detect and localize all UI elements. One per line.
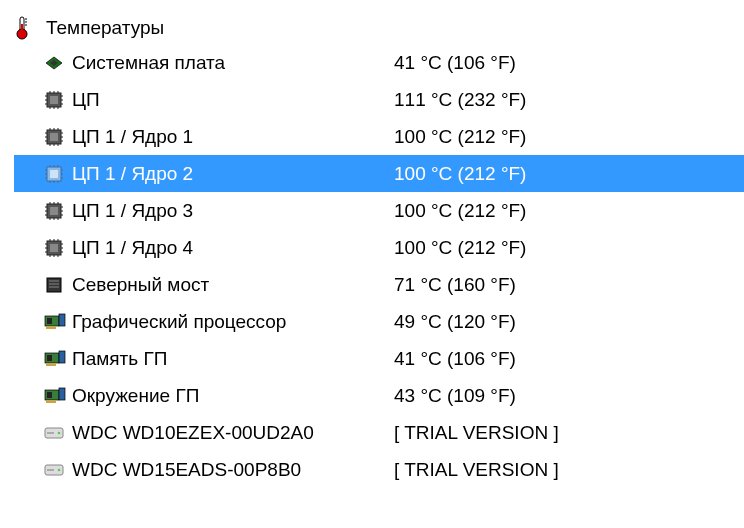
svg-rect-83 bbox=[47, 318, 52, 324]
svg-rect-65 bbox=[50, 244, 58, 252]
sensor-label: Память ГП bbox=[70, 348, 167, 370]
thermometer-icon bbox=[14, 16, 40, 40]
svg-rect-23 bbox=[50, 133, 58, 141]
sensor-label: ЦП bbox=[70, 89, 100, 111]
gpu-icon bbox=[44, 313, 70, 331]
sensor-value: 41 °C (106 °F) bbox=[394, 348, 744, 370]
svg-rect-87 bbox=[47, 355, 52, 361]
sensor-label: Окружение ГП bbox=[70, 385, 199, 407]
sensor-row[interactable]: Системная плата 41 °C (106 °F) bbox=[14, 44, 744, 81]
svg-rect-92 bbox=[59, 388, 65, 400]
svg-rect-2 bbox=[21, 24, 23, 32]
sensor-value: 43 °C (109 °F) bbox=[394, 385, 744, 407]
sensor-row[interactable]: ЦП 111 °C (232 °F) bbox=[14, 81, 744, 118]
svg-rect-93 bbox=[46, 400, 56, 403]
sensor-label: ЦП 1 / Ядро 2 bbox=[70, 163, 193, 185]
svg-rect-9 bbox=[50, 96, 58, 104]
sensor-value: [ TRIAL VERSION ] bbox=[394, 459, 744, 481]
sensor-row[interactable]: Память ГП 41 °C (106 °F) bbox=[14, 340, 744, 377]
sensor-row[interactable]: Окружение ГП 43 °C (109 °F) bbox=[14, 377, 744, 414]
hdd-icon bbox=[44, 426, 70, 440]
sensor-row[interactable]: ЦП 1 / Ядро 2 100 °C (212 °F) bbox=[14, 155, 744, 192]
svg-rect-99 bbox=[47, 469, 54, 471]
section-title: Температуры bbox=[46, 17, 164, 39]
sensor-label: WDC WD10EZEX-00UD2A0 bbox=[70, 422, 314, 444]
sensor-value: 111 °C (232 °F) bbox=[394, 89, 744, 111]
sensor-label: ЦП 1 / Ядро 4 bbox=[70, 237, 193, 259]
cpu-icon bbox=[44, 164, 70, 184]
sensor-label: ЦП 1 / Ядро 3 bbox=[70, 200, 193, 222]
sensor-value: [ TRIAL VERSION ] bbox=[394, 422, 744, 444]
northbridge-icon bbox=[44, 275, 70, 295]
sensor-value: 100 °C (212 °F) bbox=[394, 163, 744, 185]
cpu-icon bbox=[44, 90, 70, 110]
sensor-value: 100 °C (212 °F) bbox=[394, 237, 744, 259]
sensor-row[interactable]: ЦП 1 / Ядро 1 100 °C (212 °F) bbox=[14, 118, 744, 155]
svg-rect-88 bbox=[59, 351, 65, 363]
sensor-label: Графический процессор bbox=[70, 311, 286, 333]
svg-rect-85 bbox=[46, 326, 56, 329]
svg-rect-78 bbox=[47, 278, 61, 292]
sensor-label: WDC WD15EADS-00P8B0 bbox=[70, 459, 301, 481]
sensor-row[interactable]: ЦП 1 / Ядро 3 100 °C (212 °F) bbox=[14, 192, 744, 229]
cpu-icon bbox=[44, 238, 70, 258]
sensor-row[interactable]: WDC WD15EADS-00P8B0 [ TRIAL VERSION ] bbox=[14, 451, 744, 488]
sensor-row[interactable]: WDC WD10EZEX-00UD2A0 [ TRIAL VERSION ] bbox=[14, 414, 744, 451]
svg-rect-89 bbox=[46, 363, 56, 366]
sensor-row[interactable]: Северный мост 71 °C (160 °F) bbox=[14, 266, 744, 303]
hdd-icon bbox=[44, 463, 70, 477]
sensor-value: 100 °C (212 °F) bbox=[394, 200, 744, 222]
svg-rect-91 bbox=[47, 392, 52, 398]
sensor-value: 71 °C (160 °F) bbox=[394, 274, 744, 296]
section-header[interactable]: Температуры bbox=[14, 12, 744, 44]
svg-point-98 bbox=[58, 468, 61, 471]
sensor-label: ЦП 1 / Ядро 1 bbox=[70, 126, 193, 148]
temperature-tree: Температуры Системная плата 41 °C (106 °… bbox=[0, 0, 744, 488]
sensor-label: Системная плата bbox=[70, 52, 225, 74]
sensor-value: 41 °C (106 °F) bbox=[394, 52, 744, 74]
svg-rect-37 bbox=[50, 170, 58, 178]
sensor-row[interactable]: Графический процессор 49 °C (120 °F) bbox=[14, 303, 744, 340]
gpu-icon bbox=[44, 387, 70, 405]
motherboard-icon bbox=[44, 55, 70, 71]
svg-rect-96 bbox=[47, 432, 54, 434]
gpu-icon bbox=[44, 350, 70, 368]
sensor-label: Северный мост bbox=[70, 274, 209, 296]
cpu-icon bbox=[44, 201, 70, 221]
sensor-value: 49 °C (120 °F) bbox=[394, 311, 744, 333]
svg-point-95 bbox=[58, 431, 61, 434]
svg-rect-84 bbox=[59, 314, 65, 326]
sensor-row[interactable]: ЦП 1 / Ядро 4 100 °C (212 °F) bbox=[14, 229, 744, 266]
cpu-icon bbox=[44, 127, 70, 147]
sensor-value: 100 °C (212 °F) bbox=[394, 126, 744, 148]
svg-rect-51 bbox=[50, 207, 58, 215]
